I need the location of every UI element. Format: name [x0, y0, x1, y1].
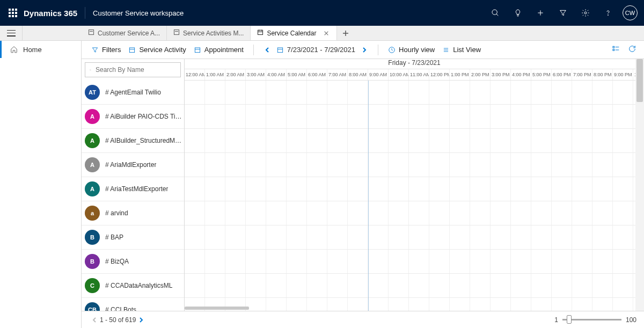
- nav-toggle-button[interactable]: [0, 26, 23, 40]
- calendar-cell[interactable]: [491, 177, 511, 201]
- calendar-cell[interactable]: [266, 225, 287, 249]
- calendar-cell[interactable]: [307, 129, 327, 152]
- calendar-cell[interactable]: [552, 153, 572, 177]
- calendar-cell[interactable]: [613, 105, 633, 128]
- scrollbar-thumb[interactable]: [185, 307, 249, 310]
- calendar-cell[interactable]: [327, 177, 348, 201]
- calendar-cell[interactable]: [327, 225, 348, 249]
- resource-row[interactable]: AT# AgentEmail Twilio: [82, 81, 184, 105]
- calendar-row[interactable]: [185, 153, 644, 177]
- calendar-cell[interactable]: [368, 129, 389, 152]
- calendar-cell[interactable]: [185, 201, 205, 225]
- calendar-cell[interactable]: [205, 225, 225, 249]
- calendar-cell[interactable]: [450, 250, 470, 273]
- calendar-cell[interactable]: [592, 250, 613, 273]
- calendar-cell[interactable]: [307, 225, 327, 249]
- calendar-cell[interactable]: [266, 81, 287, 104]
- calendar-cell[interactable]: [613, 274, 633, 297]
- nav-home[interactable]: Home: [0, 41, 81, 58]
- calendar-cell[interactable]: [225, 81, 246, 104]
- calendar-cell[interactable]: [531, 274, 552, 297]
- service-activity-button[interactable]: Service Activity: [126, 44, 188, 55]
- calendar-cell[interactable]: [368, 153, 389, 177]
- calendar-cell[interactable]: [531, 105, 552, 128]
- calendar-cell[interactable]: [572, 274, 592, 297]
- appointment-button[interactable]: Appointment: [192, 44, 246, 55]
- calendar-cell[interactable]: [307, 153, 327, 177]
- calendar-cell[interactable]: [205, 153, 225, 177]
- search-input[interactable]: [96, 66, 176, 74]
- calendar-cell[interactable]: [511, 201, 531, 225]
- calendar-cell[interactable]: [450, 81, 470, 104]
- calendar-cell[interactable]: [552, 274, 572, 297]
- calendar-cell[interactable]: [368, 201, 389, 225]
- calendar-cell[interactable]: [266, 250, 287, 273]
- calendar-cell[interactable]: [511, 225, 531, 249]
- calendar-cell[interactable]: [470, 177, 491, 201]
- calendar-cell[interactable]: [613, 177, 633, 201]
- calendar-cell[interactable]: [491, 81, 511, 104]
- calendar-cell[interactable]: [225, 274, 246, 297]
- add-button[interactable]: [529, 0, 552, 26]
- calendar-cell[interactable]: [552, 81, 572, 104]
- resource-row[interactable]: A# AiBuilder PAIO-CDS Tip NonProd: [82, 105, 184, 129]
- refresh-button[interactable]: [628, 45, 636, 55]
- calendar-cell[interactable]: [450, 105, 470, 128]
- calendar-cell[interactable]: [429, 274, 450, 297]
- calendar-cell[interactable]: [327, 201, 348, 225]
- date-range-picker[interactable]: 7/23/2021 - 7/29/2021: [276, 46, 355, 54]
- slider-thumb[interactable]: [567, 315, 572, 324]
- calendar-cell[interactable]: [348, 177, 368, 201]
- calendar-cell[interactable]: [287, 105, 307, 128]
- calendar-cell[interactable]: [205, 250, 225, 273]
- prev-period-button[interactable]: [261, 44, 273, 56]
- calendar-cell[interactable]: [287, 225, 307, 249]
- ideas-button[interactable]: [507, 0, 529, 26]
- calendar-cell[interactable]: [368, 105, 389, 128]
- calendar-cell[interactable]: [205, 81, 225, 104]
- calendar-cell[interactable]: [225, 250, 246, 273]
- calendar-cell[interactable]: [592, 81, 613, 104]
- calendar-cell[interactable]: [389, 177, 409, 201]
- calendar-cell[interactable]: [266, 177, 287, 201]
- list-view-button[interactable]: List View: [440, 44, 483, 55]
- calendar-cell[interactable]: [470, 225, 491, 249]
- vertical-scrollbar[interactable]: [635, 59, 644, 311]
- calendar-cell[interactable]: [572, 225, 592, 249]
- calendar-cell[interactable]: [327, 274, 348, 297]
- calendar-cell[interactable]: [225, 225, 246, 249]
- scrollbar-thumb[interactable]: [636, 59, 643, 102]
- calendar-cell[interactable]: [470, 153, 491, 177]
- calendar-cell[interactable]: [409, 274, 429, 297]
- calendar-cell[interactable]: [429, 105, 450, 128]
- calendar-cell[interactable]: [185, 274, 205, 297]
- calendar-cell[interactable]: [572, 129, 592, 152]
- calendar-cell[interactable]: [450, 225, 470, 249]
- calendar-cell[interactable]: [287, 250, 307, 273]
- calendar-cell[interactable]: [592, 129, 613, 152]
- calendar-cell[interactable]: [470, 129, 491, 152]
- calendar-cell[interactable]: [307, 274, 327, 297]
- app-launcher-button[interactable]: [4, 9, 21, 17]
- pager-next-button[interactable]: [136, 317, 147, 323]
- resource-row[interactable]: CB# CCI Bots: [82, 298, 184, 311]
- calendar-cell[interactable]: [389, 129, 409, 152]
- calendar-cell[interactable]: [531, 177, 552, 201]
- calendar-cell[interactable]: [389, 201, 409, 225]
- calendar-cell[interactable]: [348, 274, 368, 297]
- calendar-cell[interactable]: [511, 153, 531, 177]
- calendar-cell[interactable]: [511, 250, 531, 273]
- calendar-cell[interactable]: [327, 153, 348, 177]
- calendar-cell[interactable]: [429, 177, 450, 201]
- calendar-cell[interactable]: [185, 129, 205, 152]
- calendar-cell[interactable]: [225, 177, 246, 201]
- calendar-cell[interactable]: [246, 201, 266, 225]
- resource-row[interactable]: A# AriaTestMdlExporter: [82, 177, 184, 201]
- calendar-cell[interactable]: [205, 105, 225, 128]
- calendar-cell[interactable]: [592, 153, 613, 177]
- calendar-cell[interactable]: [368, 81, 389, 104]
- calendar-cell[interactable]: [246, 225, 266, 249]
- calendar-cell[interactable]: [613, 153, 633, 177]
- calendar-cell[interactable]: [491, 225, 511, 249]
- calendar-cell[interactable]: [205, 129, 225, 152]
